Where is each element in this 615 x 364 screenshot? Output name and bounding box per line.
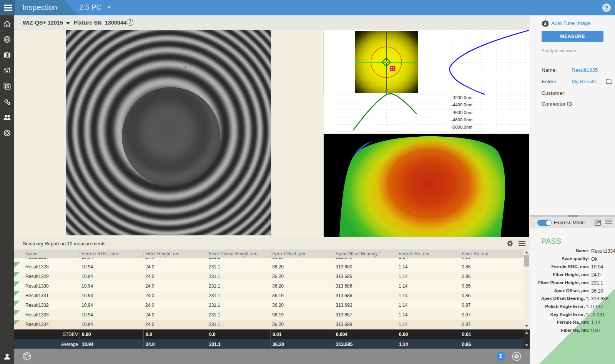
svg-text:A: A (544, 22, 547, 26)
